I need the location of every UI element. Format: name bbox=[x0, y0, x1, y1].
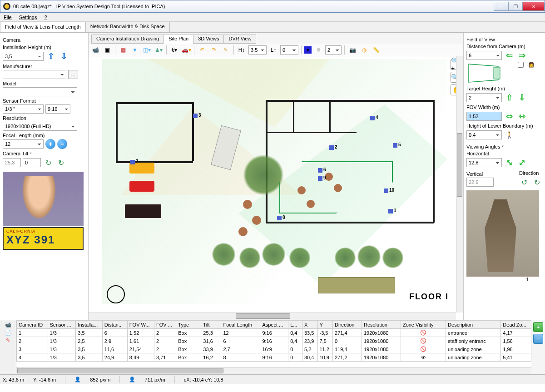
camera-marker[interactable] bbox=[393, 143, 397, 148]
tilt-reset-right-icon[interactable]: ↻ bbox=[55, 157, 66, 168]
remove-row-button[interactable]: − bbox=[533, 334, 543, 344]
subtab-dvr[interactable]: DVR View bbox=[223, 35, 256, 44]
menu-help[interactable]: ? bbox=[44, 15, 47, 20]
table-camera-icon[interactable]: 📹 bbox=[5, 322, 11, 328]
table-cell[interactable]: -3,5 bbox=[317, 329, 333, 337]
table-cell[interactable]: 2,5 bbox=[76, 337, 102, 345]
table-cell[interactable]: 1,52 bbox=[127, 329, 154, 337]
add-row-button[interactable]: + bbox=[533, 322, 543, 332]
table-cell[interactable]: 12 bbox=[221, 329, 260, 337]
camera-marker[interactable] bbox=[193, 114, 198, 118]
table-header[interactable]: Zone Visibility bbox=[401, 321, 446, 329]
table-cell[interactable]: 1920x1080 bbox=[362, 353, 401, 362]
table-cell[interactable]: 3,71 bbox=[154, 353, 176, 362]
camera-marker[interactable] bbox=[318, 176, 322, 181]
table-cell[interactable]: 6 bbox=[102, 329, 127, 337]
table-cell[interactable]: 8,49 bbox=[127, 353, 154, 362]
table-cell[interactable]: 11,6 bbox=[102, 345, 127, 353]
table-header[interactable]: X bbox=[302, 321, 317, 329]
table-header[interactable]: Camera ID bbox=[17, 321, 48, 329]
table-cell[interactable]: 4,17 bbox=[501, 329, 531, 337]
table-cell[interactable]: 1 bbox=[17, 329, 48, 337]
brush-icon[interactable]: ✎ bbox=[221, 45, 231, 55]
table-cell[interactable]: 9:16 bbox=[260, 353, 288, 362]
table-row[interactable]: 31/33,511,621,542Box33,92,716:905,211,21… bbox=[17, 345, 531, 353]
table-cell[interactable]: 2,7 bbox=[221, 345, 260, 353]
table-cell[interactable]: 16,2 bbox=[201, 353, 221, 362]
table-cell[interactable]: 0 bbox=[288, 353, 302, 362]
cam-visibility-icon[interactable]: 📷 bbox=[347, 45, 357, 55]
table-cell[interactable]: 21,54 bbox=[127, 345, 154, 353]
table-header[interactable]: FOV W... bbox=[127, 321, 154, 329]
line-weight-input[interactable]: 2 bbox=[325, 45, 342, 55]
subtab-drawing[interactable]: Camera Installation Drawing bbox=[91, 35, 164, 44]
dir-ccw-icon[interactable]: ↺ bbox=[519, 177, 530, 188]
target-height-select[interactable]: 2 bbox=[466, 93, 502, 102]
table-cell[interactable]: 5,41 bbox=[501, 353, 531, 362]
subtab-3d[interactable]: 3D Views bbox=[193, 35, 224, 44]
car-tool-icon[interactable]: 🚗▾ bbox=[181, 45, 191, 55]
camera-marker[interactable] bbox=[318, 168, 322, 173]
table-cell[interactable]: 16:9 bbox=[260, 345, 288, 353]
table-header[interactable]: Resolution bbox=[362, 321, 401, 329]
dist-right-icon[interactable]: ⇒ bbox=[516, 50, 527, 61]
table-cell[interactable]: 119,4 bbox=[333, 345, 362, 353]
measure-icon[interactable]: 📏 bbox=[371, 45, 381, 55]
table-cell[interactable]: 👁 bbox=[401, 353, 446, 362]
table-cell[interactable]: 33,9 bbox=[201, 345, 221, 353]
layer-tool-icon[interactable]: ▣ bbox=[102, 45, 112, 55]
table-cell[interactable]: 1/3 bbox=[48, 337, 76, 345]
redo-icon[interactable]: ↷ bbox=[209, 45, 219, 55]
dist-left-icon[interactable]: ⇐ bbox=[504, 50, 515, 61]
resolution-select[interactable]: 1920x1080 (Full HD) bbox=[3, 122, 77, 131]
horiz-collapse-icon[interactable]: ⤢ bbox=[516, 157, 527, 168]
table-cell[interactable]: 2,9 bbox=[102, 337, 127, 345]
table-header[interactable]: Tilt bbox=[201, 321, 221, 329]
focal-minus-button[interactable]: − bbox=[57, 139, 67, 149]
menu-settings[interactable]: Settings bbox=[19, 15, 37, 20]
table-cell[interactable]: 10,9 bbox=[317, 353, 333, 362]
camera-marker[interactable] bbox=[370, 116, 375, 120]
camera-marker[interactable] bbox=[388, 209, 393, 213]
table-header[interactable]: Focal Length bbox=[221, 321, 260, 329]
table-cell[interactable]: 2 bbox=[154, 337, 176, 345]
focal-select[interactable]: 12 bbox=[3, 139, 44, 149]
table-header[interactable]: Sensor ... bbox=[48, 321, 76, 329]
table-cell[interactable]: 11,2 bbox=[317, 345, 333, 353]
table-cell[interactable]: 271,4 bbox=[333, 329, 362, 337]
maximize-button[interactable]: ❐ bbox=[508, 2, 523, 11]
table-cell[interactable]: 33,5 bbox=[302, 329, 317, 337]
table-cell[interactable]: 1/3 bbox=[48, 329, 76, 337]
camera-marker[interactable] bbox=[384, 189, 388, 193]
inst-height-select[interactable]: 3,5 bbox=[3, 52, 44, 61]
table-cell[interactable]: 271,2 bbox=[333, 353, 362, 362]
table-cell[interactable]: Box bbox=[176, 353, 201, 362]
table-cell[interactable]: 30,4 bbox=[302, 353, 317, 362]
manufacturer-select[interactable] bbox=[3, 70, 66, 79]
table-cell[interactable]: 25,3 bbox=[201, 329, 221, 337]
l-input[interactable]: 0 bbox=[280, 45, 298, 55]
table-cell[interactable]: 🚫 bbox=[401, 345, 446, 353]
box-tool-icon[interactable]: ◫▾ bbox=[142, 45, 152, 55]
model-select[interactable] bbox=[3, 87, 77, 96]
camera-marker[interactable] bbox=[277, 216, 282, 220]
inst-height-down-icon[interactable]: ⇩ bbox=[58, 51, 69, 62]
table-header[interactable]: Type bbox=[176, 321, 201, 329]
table-cell[interactable]: 2 bbox=[154, 329, 176, 337]
h-input[interactable]: 3,5 bbox=[248, 45, 267, 55]
table-cell[interactable]: 4 bbox=[17, 353, 48, 362]
person-female-icon[interactable]: 👩 bbox=[528, 62, 535, 68]
table-header[interactable]: Aspect ... bbox=[260, 321, 288, 329]
tab-fov[interactable]: Field of View & Lens Focal Length bbox=[0, 22, 86, 32]
camera-tool-icon[interactable]: 📹 bbox=[90, 45, 100, 55]
table-header[interactable]: Installa... bbox=[76, 321, 102, 329]
table-row[interactable]: 41/33,524,98,493,71Box16,289:16030,410,9… bbox=[17, 353, 531, 362]
person-tool-icon[interactable]: ♟▾ bbox=[154, 45, 164, 55]
table-cell[interactable]: 0 bbox=[333, 337, 362, 345]
table-cell[interactable]: Box bbox=[176, 329, 201, 337]
table-cell[interactable]: 5,2 bbox=[302, 345, 317, 353]
table-header[interactable]: Distan... bbox=[102, 321, 127, 329]
manufacturer-browse-button[interactable]: ... bbox=[68, 70, 78, 79]
camera-marker[interactable] bbox=[329, 145, 334, 150]
fill-color-icon[interactable]: ▾ bbox=[304, 46, 312, 54]
